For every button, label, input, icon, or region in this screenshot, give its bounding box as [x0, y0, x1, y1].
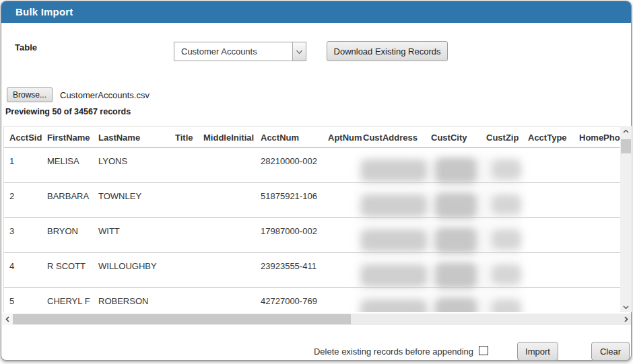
horizontal-scrollbar[interactable]: [2, 314, 631, 325]
delete-existing-records-label: Delete existing records before appending: [314, 347, 473, 357]
download-existing-records-button[interactable]: Download Existing Records: [327, 41, 448, 61]
cell-acct-sid: 4: [9, 261, 14, 271]
redacted-cells-blur: [357, 226, 523, 256]
horizontal-scrollbar-thumb[interactable]: [13, 314, 351, 324]
column-header: FirstName: [47, 133, 90, 143]
cell-last-name: TOWNLEY: [98, 191, 141, 201]
browse-button[interactable]: Browse...: [7, 87, 53, 102]
delete-existing-records-checkbox[interactable]: [479, 346, 488, 355]
cell-acct-sid: 5: [9, 296, 14, 306]
redacted-cells-blur: [357, 296, 523, 312]
table-header-row: AcctSid FirstName LastName Title MiddleI…: [4, 126, 620, 148]
chevron-down-icon[interactable]: [292, 42, 306, 61]
column-header: AcctNum: [261, 133, 299, 143]
cell-last-name: WILLOUGHBY: [98, 261, 157, 271]
chevron-up-icon[interactable]: [620, 126, 632, 137]
cell-first-name: MELISA: [47, 156, 79, 166]
cell-last-name: ROBERSON: [98, 296, 148, 306]
preview-table: AcctSid FirstName LastName Title MiddleI…: [3, 126, 621, 312]
column-header: MiddleInitial: [203, 133, 254, 143]
vertical-scrollbar-thumb[interactable]: [621, 139, 631, 153]
redacted-cells-blur: [357, 156, 523, 186]
redacted-cells-blur: [357, 191, 523, 221]
cell-last-name: LYONS: [98, 156, 127, 166]
cell-acct-sid: 1: [9, 156, 14, 166]
cell-acct-num: 42727000-769: [261, 296, 317, 306]
bulk-import-dialog: Bulk Import Table Customer Accounts Down…: [1, 1, 632, 361]
cell-first-name: R SCOTT: [47, 261, 86, 271]
chevron-left-icon[interactable]: [2, 314, 13, 325]
column-header: CustCity: [431, 133, 467, 143]
table-row: 4 R SCOTT WILLOUGHBY 23923555-411: [4, 253, 620, 288]
dialog-titlebar: Bulk Import: [1, 1, 631, 23]
cell-first-name: BARBARA: [47, 191, 89, 201]
import-button[interactable]: Import: [517, 342, 558, 361]
column-header: Title: [175, 133, 193, 143]
column-header: CustAddress: [363, 133, 418, 143]
cell-acct-num: 17987000-002: [261, 226, 317, 236]
column-header: LastName: [98, 133, 140, 143]
table-select[interactable]: Customer Accounts: [174, 42, 306, 61]
cell-first-name: CHERYL F: [47, 296, 90, 306]
redacted-cells-blur: [357, 261, 523, 291]
table-row: 2 BARBARA TOWNLEY 51875921-106: [4, 183, 620, 218]
cell-acct-num: 28210000-002: [261, 156, 317, 166]
column-header: CustZip: [486, 133, 519, 143]
table-row: 3 BRYON WITT 17987000-002: [4, 218, 620, 253]
cell-acct-num: 23923555-411: [261, 261, 316, 271]
chevron-down-icon[interactable]: [620, 301, 632, 312]
column-header: AcctType: [528, 133, 567, 143]
dialog-title: Bulk Import: [15, 1, 73, 23]
clear-button[interactable]: Clear: [591, 342, 630, 361]
cell-acct-sid: 2: [9, 191, 14, 201]
bulk-import-screen: Bulk Import Table Customer Accounts Down…: [0, 0, 633, 364]
column-header: HomePhone: [579, 133, 621, 143]
chevron-right-icon[interactable]: [620, 314, 631, 325]
table-row: 5 CHERYL F ROBERSON 42727000-769: [4, 288, 620, 312]
cell-last-name: WITT: [98, 226, 120, 236]
column-header: AcctSid: [9, 133, 42, 143]
cell-first-name: BRYON: [47, 226, 78, 236]
selected-filename: CustomerAccounts.csv: [60, 90, 149, 100]
preview-status: Previewing 50 of 34567 records: [5, 107, 131, 116]
table-label: Table: [15, 42, 37, 52]
cell-acct-num: 51875921-106: [261, 191, 317, 201]
vertical-scrollbar[interactable]: [620, 126, 632, 312]
cell-acct-sid: 3: [9, 226, 14, 236]
table-row: 1 MELISA LYONS 28210000-002: [4, 148, 620, 183]
table-select-value: Customer Accounts: [181, 42, 257, 61]
column-header: AptNum: [328, 133, 362, 143]
